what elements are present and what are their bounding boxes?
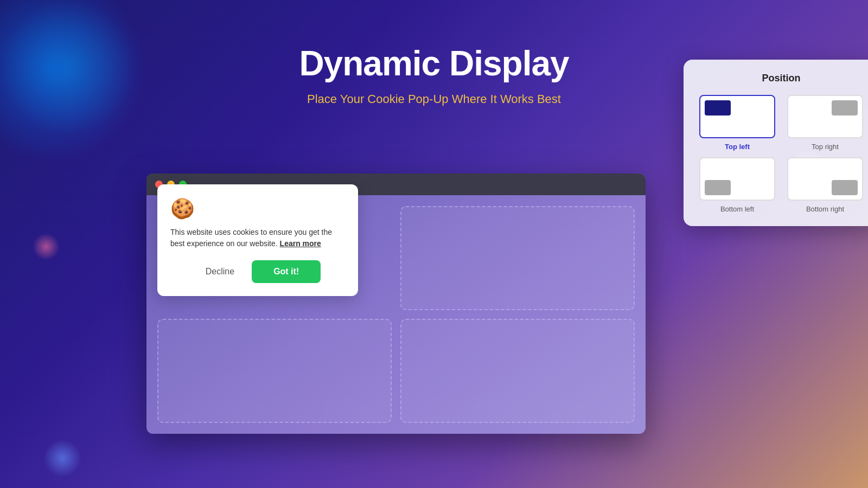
position-option-top-left[interactable]: Top left <box>697 95 778 151</box>
position-options-grid: Top left Top right Bottom left Bottom ri… <box>697 95 866 213</box>
position-indicator-top-right <box>832 100 858 115</box>
decline-button[interactable]: Decline <box>195 261 245 282</box>
cookie-popup: 🍪 This website uses cookies to ensure yo… <box>157 184 358 296</box>
position-preview-top-right <box>787 95 863 138</box>
got-it-button[interactable]: Got it! <box>252 260 321 283</box>
position-option-bottom-left[interactable]: Bottom left <box>697 157 778 213</box>
bg-decoration-2 <box>0 0 136 136</box>
cookie-buttons: Decline Got it! <box>170 260 345 283</box>
position-label-bottom-right: Bottom right <box>806 205 844 213</box>
placeholder-top-right <box>400 206 635 310</box>
placeholder-bottom-left <box>157 319 392 423</box>
position-indicator-top-left <box>705 100 731 115</box>
position-label-top-left: Top left <box>725 143 750 151</box>
position-preview-bottom-left <box>699 157 775 201</box>
position-option-bottom-right[interactable]: Bottom right <box>784 157 866 213</box>
position-option-top-right[interactable]: Top right <box>784 95 866 151</box>
position-preview-bottom-right <box>787 157 863 201</box>
bg-decoration-4 <box>43 439 81 477</box>
position-panel-title: Position <box>697 73 866 84</box>
learn-more-link[interactable]: Learn more <box>280 239 321 248</box>
position-panel: Position Top left Top right Bottom left <box>684 60 868 226</box>
placeholder-bottom-right <box>400 319 635 423</box>
position-indicator-bottom-left <box>705 180 731 195</box>
browser-mockup: 🍪 This website uses cookies to ensure yo… <box>146 174 646 434</box>
position-label-bottom-left: Bottom left <box>720 205 754 213</box>
cookie-icon: 🍪 <box>170 197 345 220</box>
bg-decoration-3 <box>33 233 60 260</box>
cookie-message: This website uses cookies to ensure you … <box>170 227 345 249</box>
position-label-top-right: Top right <box>812 143 839 151</box>
position-indicator-bottom-right <box>832 180 858 195</box>
position-preview-top-left <box>699 95 775 138</box>
